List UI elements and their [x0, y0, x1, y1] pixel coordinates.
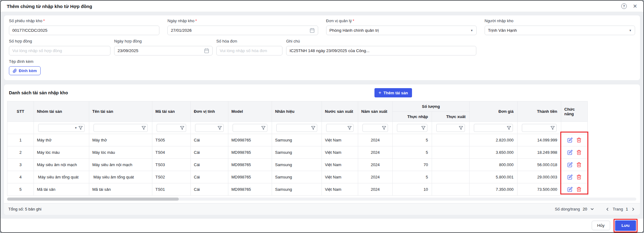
filter-funnel-icon[interactable]: [311, 126, 315, 130]
filter-funnel-icon[interactable]: [347, 126, 352, 130]
ngay-nhap-datepicker[interactable]: [167, 26, 318, 35]
paperclip-icon: [13, 69, 17, 73]
delete-icon[interactable]: [576, 150, 582, 155]
filter-input-don-gia[interactable]: [474, 124, 513, 132]
so-hop-dong-input[interactable]: [9, 46, 110, 55]
edit-icon[interactable]: [567, 174, 573, 180]
delete-icon[interactable]: [576, 162, 582, 167]
filter-input-thuc-xuat[interactable]: [436, 124, 465, 132]
col-nhan-hieu: Nhãn hiệu: [272, 101, 322, 122]
filter-input-nhan-hieu[interactable]: [276, 124, 317, 132]
cell-ten: Máy siêu âm tổng quát: [89, 171, 152, 183]
so-hoa-don-input[interactable]: [216, 46, 282, 55]
col-thuc-xuat: Thực xuất: [432, 112, 470, 122]
per-page-value[interactable]: 20: [583, 207, 587, 211]
calendar-icon[interactable]: [204, 48, 209, 53]
cell-ten: Mã tài sản: [89, 183, 152, 196]
so-phieu-input[interactable]: [9, 26, 159, 35]
filter-funnel-icon[interactable]: [382, 126, 386, 130]
required-mark: *: [43, 18, 45, 23]
tep-dinh-kem-label: Tệp đính kèm: [9, 59, 635, 64]
ngay-hop-dong-input[interactable]: [118, 48, 202, 53]
ngay-hop-dong-datepicker[interactable]: [114, 46, 213, 55]
cell-nhan-hieu: Samsung: [272, 171, 322, 183]
cell-thuc-xuat: [432, 134, 470, 146]
filter-funnel-icon[interactable]: [421, 126, 426, 130]
delete-icon[interactable]: [576, 137, 582, 143]
cell-nam: 2024: [358, 171, 393, 183]
filter-funnel-icon[interactable]: [218, 126, 222, 130]
filter-funnel-icon[interactable]: [507, 126, 511, 130]
ghi-chu-input[interactable]: [286, 46, 476, 55]
edit-icon[interactable]: [567, 162, 573, 167]
filter-funnel-icon[interactable]: [550, 126, 555, 130]
add-asset-label: Thêm tài sản: [383, 91, 408, 95]
add-asset-button[interactable]: + Thêm tài sản: [374, 88, 412, 97]
cell-stt: 4: [7, 171, 34, 183]
filter-input-don-vi-tinh[interactable]: [195, 124, 224, 132]
cell-nhan-hieu: Samsung: [272, 183, 322, 196]
cell-model: MD998765: [228, 159, 272, 171]
filter-input-thuc-nhap[interactable]: [397, 124, 427, 132]
cell-nuoc: Việt Nam: [322, 146, 358, 159]
cell-don-gia: 3.650.000: [470, 146, 518, 159]
filter-funnel-icon[interactable]: [78, 126, 83, 130]
filter-input-thanh-tien[interactable]: [522, 124, 557, 132]
page-label: Trang: [613, 207, 623, 211]
filter-input-model[interactable]: [233, 124, 267, 132]
ngay-hop-dong-label: Ngày hợp đồng: [114, 39, 213, 44]
cell-don-gia: 2.820.000: [470, 134, 518, 146]
table-row: 2 Máy lóc máu Máy lóc máu TS04 Cái MD998…: [7, 146, 588, 159]
cell-don-gia: 800.000: [470, 159, 518, 171]
ngay-nhap-input[interactable]: [171, 28, 307, 33]
delete-icon[interactable]: [576, 187, 582, 192]
chevron-down-icon[interactable]: [590, 207, 594, 211]
col-don-vi-tinh: Đơn vị tính: [191, 101, 228, 122]
filter-input-ma-tai-san[interactable]: [157, 124, 186, 132]
filter-funnel-icon[interactable]: [142, 126, 146, 130]
cell-ma: TS05: [152, 134, 191, 146]
close-icon[interactable]: ✕: [633, 4, 637, 9]
filter-funnel-icon[interactable]: [180, 126, 184, 130]
delete-icon[interactable]: [576, 174, 582, 180]
asset-table: STT Nhóm tài sản Tên tài sản Mã tài sản …: [7, 101, 588, 196]
help-icon[interactable]: ?: [621, 3, 627, 9]
scrollbar-thumb[interactable]: [7, 198, 179, 201]
form-row-2: Số hợp đồng Ngày hợp đồng Số hóa đơn Ghi…: [9, 39, 635, 55]
cell-thuc-nhap: 10: [393, 183, 432, 196]
nguoi-nhap-select[interactable]: Trịnh Văn Hạnh ▼: [485, 26, 635, 35]
table-row: 5 Mã tài sản Mã tài sản TS01 Cái MD99876…: [7, 183, 588, 196]
filter-input-nam-san-xuat[interactable]: [362, 124, 388, 132]
col-model: Model: [228, 101, 272, 122]
edit-icon[interactable]: [567, 150, 573, 155]
filter-row: ▼: [7, 122, 588, 134]
filter-input-nhom-tai-san[interactable]: ▼: [38, 124, 85, 132]
edit-icon[interactable]: [567, 137, 573, 143]
field-ngay-nhap-kho: Ngày nhập kho*: [167, 18, 318, 35]
cell-don-gia: 5.800.001: [470, 171, 518, 183]
table-row: 3 Máy siêu âm nội mạch Máy siêu âm nội m…: [7, 159, 588, 171]
calendar-icon[interactable]: [310, 28, 315, 33]
chevron-right-icon[interactable]: [631, 207, 636, 212]
chevron-down-icon: ▼: [74, 126, 77, 129]
filter-input-ten-tai-san[interactable]: [94, 124, 148, 132]
don-vi-value: Phòng Hành chính quản trị: [330, 28, 469, 33]
filter-empty-chuc-nang: [561, 122, 588, 134]
filter-funnel-icon[interactable]: [459, 126, 463, 130]
attach-button[interactable]: Đính kèm: [9, 66, 41, 75]
don-vi-select[interactable]: Phòng Hành chính quản trị ▼: [326, 26, 477, 35]
cancel-button[interactable]: Hủy: [592, 221, 610, 230]
cell-thanh-tien: 14.099.999: [518, 134, 561, 146]
cell-ma: TS01: [152, 183, 191, 196]
page-title: Thêm chứng từ nhập kho từ Hợp đồng: [7, 4, 92, 9]
filter-input-nuoc-san-xuat[interactable]: [326, 124, 354, 132]
col-nam-san-xuat: Năm sản xuất: [358, 101, 393, 122]
edit-icon[interactable]: [567, 187, 573, 192]
cell-thanh-tien: 29.000.003: [518, 171, 561, 183]
col-ma-tai-san: Mã tài sản: [152, 101, 191, 122]
cell-stt: 2: [7, 146, 34, 159]
filter-funnel-icon[interactable]: [261, 126, 266, 130]
chevron-left-icon[interactable]: [605, 207, 610, 212]
save-button[interactable]: Lưu: [615, 220, 636, 231]
horizontal-scrollbar[interactable]: [7, 198, 636, 201]
